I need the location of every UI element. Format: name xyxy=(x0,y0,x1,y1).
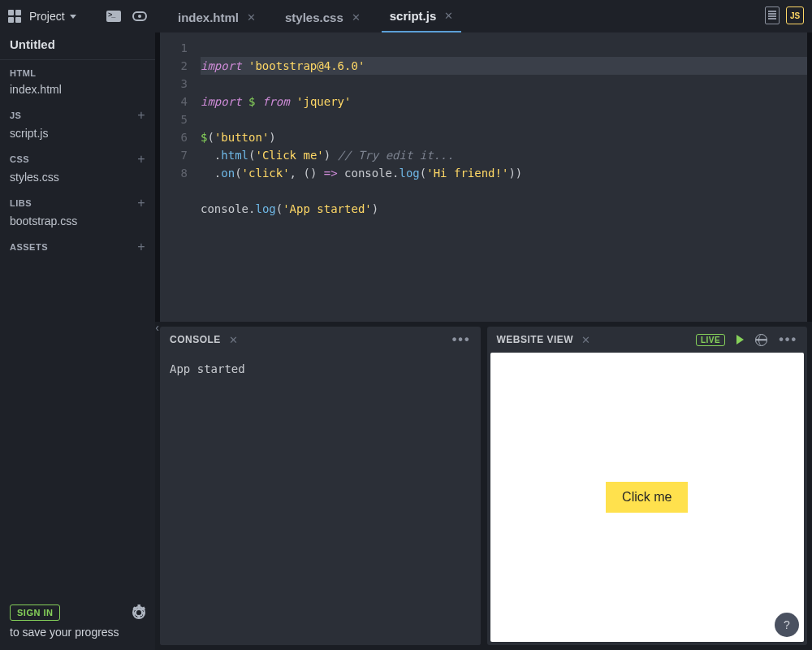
help-button[interactable]: ? xyxy=(775,613,799,637)
tab-label: styles.css xyxy=(285,11,343,24)
section-js-heading: JS xyxy=(10,110,21,120)
section-css: CSS + styles.css xyxy=(0,145,155,188)
line-gutter: 12345678 xyxy=(160,32,196,322)
apps-grid-icon[interactable] xyxy=(8,10,21,23)
project-title[interactable]: Untitled xyxy=(0,32,155,60)
website-title: WEBSITE VIEW xyxy=(497,334,574,345)
preview-click-me-button[interactable]: Click me xyxy=(606,482,688,513)
section-assets: ASSETS + xyxy=(0,232,155,260)
console-title: CONSOLE xyxy=(170,334,221,345)
more-icon[interactable]: ••• xyxy=(452,332,471,347)
console-header: CONSOLE ✕ ••• xyxy=(160,327,481,353)
website-header: WEBSITE VIEW ✕ LIVE ••• xyxy=(487,327,808,353)
preview-eye-icon[interactable] xyxy=(132,11,147,21)
sidebar: Project Untitled HTML index.html JS + sc… xyxy=(0,0,155,650)
js-badge-icon[interactable]: JS xyxy=(786,6,804,24)
add-css-icon[interactable]: + xyxy=(137,153,145,166)
close-icon[interactable]: ✕ xyxy=(229,334,239,346)
settings-gear-icon[interactable] xyxy=(132,606,145,619)
bottom-panels: CONSOLE ✕ ••• App started WEBSITE VIEW ✕… xyxy=(155,322,812,650)
website-panel: WEBSITE VIEW ✕ LIVE ••• Click me xyxy=(487,327,808,645)
code-editor[interactable]: 12345678 import 'bootstrap@4.6.0' import… xyxy=(160,32,807,322)
section-css-heading: CSS xyxy=(10,154,29,164)
close-icon[interactable]: ✕ xyxy=(352,11,361,24)
live-badge: LIVE xyxy=(696,334,725,346)
console-panel: CONSOLE ✕ ••• App started xyxy=(160,327,481,645)
document-icon[interactable] xyxy=(765,6,780,24)
tabbar: index.html ✕ styles.css ✕ script.js ✕ JS xyxy=(155,0,812,32)
close-icon[interactable]: ✕ xyxy=(581,334,591,346)
section-html: HTML index.html xyxy=(0,60,155,101)
code-area[interactable]: import 'bootstrap@4.6.0' import $ from '… xyxy=(196,32,807,322)
file-bootstrap-css[interactable]: bootstrap.css xyxy=(10,213,145,229)
signin-button[interactable]: SIGN IN xyxy=(10,604,60,621)
add-js-icon[interactable]: + xyxy=(137,109,145,122)
chevron-down-icon xyxy=(70,15,76,19)
play-icon[interactable] xyxy=(736,335,744,344)
signin-caption: to save your progress xyxy=(10,626,145,639)
tab-script-js[interactable]: script.js ✕ xyxy=(382,2,462,32)
terminal-icon[interactable] xyxy=(106,11,121,22)
globe-icon[interactable] xyxy=(755,334,767,346)
project-dropdown-label: Project xyxy=(29,10,65,23)
tab-styles-css[interactable]: styles.css ✕ xyxy=(277,4,369,32)
sidebar-collapse-handle[interactable]: ‹ xyxy=(155,321,159,334)
tab-index-html[interactable]: index.html ✕ xyxy=(170,4,264,32)
file-index-html[interactable]: index.html xyxy=(10,81,145,98)
website-preview[interactable]: Click me xyxy=(490,353,805,642)
section-libs: LIBS + bootstrap.css xyxy=(0,188,155,232)
section-html-heading: HTML xyxy=(10,68,37,78)
section-js: JS + script.js xyxy=(0,101,155,145)
console-output[interactable]: App started xyxy=(160,353,481,645)
tab-label: index.html xyxy=(178,11,239,24)
sidebar-top: Project xyxy=(0,0,155,32)
main: index.html ✕ styles.css ✕ script.js ✕ JS… xyxy=(155,0,812,650)
close-icon[interactable]: ✕ xyxy=(444,10,453,22)
file-script-js[interactable]: script.js xyxy=(10,125,145,141)
project-dropdown[interactable]: Project xyxy=(29,10,76,23)
more-icon[interactable]: ••• xyxy=(779,332,797,347)
tab-label: script.js xyxy=(390,9,437,23)
close-icon[interactable]: ✕ xyxy=(247,11,256,24)
add-asset-icon[interactable]: + xyxy=(137,240,145,254)
file-styles-css[interactable]: styles.css xyxy=(10,169,145,185)
add-lib-icon[interactable]: + xyxy=(137,197,145,210)
section-assets-heading: ASSETS xyxy=(10,242,48,252)
section-libs-heading: LIBS xyxy=(10,198,32,208)
